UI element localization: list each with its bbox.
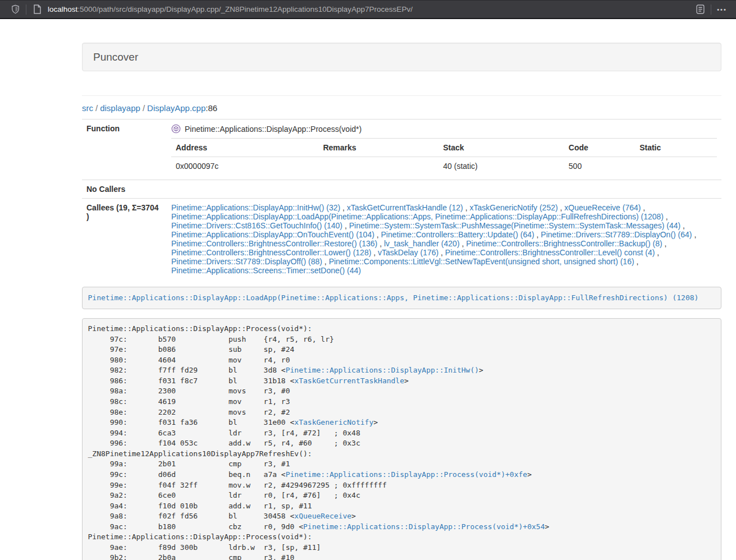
col-address: Address (171, 139, 318, 157)
callees-label: Callees (19, Σ=3704 ) (82, 199, 167, 280)
disassembly-block: Pinetime::Applications::DisplayApp::Proc… (82, 318, 721, 560)
no-callers-label: No Callers (82, 180, 167, 199)
col-remarks: Remarks (318, 139, 438, 157)
url-bar[interactable]: localhost:5000/path/src/displayapp/Displ… (48, 5, 693, 13)
cell-remarks (318, 157, 438, 176)
disassembly-symbol-link[interactable]: Pinetime::Applications::DisplayApp::Proc… (286, 470, 527, 479)
function-row: Function Pinetime::Applications::Display… (82, 120, 721, 180)
callee-link[interactable]: xTaskGenericNotify (252) (469, 203, 557, 212)
function-label: Function (82, 120, 167, 180)
breadcrumb-separator: / (140, 103, 147, 113)
callee-link[interactable]: Pinetime::Controllers::BrightnessControl… (171, 248, 371, 257)
cell-static (635, 157, 717, 176)
cell-code: 500 (564, 157, 635, 176)
overflow-menu-icon[interactable]: ••• (715, 2, 729, 17)
disassembly-symbol-link[interactable]: xTaskGetCurrentTaskHandle (294, 377, 404, 385)
callee-link[interactable]: Pinetime::Drivers::St7789::DisplayOn() (… (541, 230, 692, 239)
callees-list: Pinetime::Applications::DisplayApp::Init… (167, 199, 721, 280)
breadcrumb-link-src[interactable]: src (82, 103, 93, 113)
highlighted-symbol-link[interactable]: Pinetime::Applications::DisplayApp::Load… (88, 293, 699, 302)
app-title: Puncover (93, 51, 138, 63)
divider (82, 95, 721, 96)
cell-address: 0x0000097c (171, 157, 318, 176)
callee-link[interactable]: Pinetime::Applications::DisplayApp::Load… (171, 212, 664, 221)
breadcrumb-link-file[interactable]: DisplayApp.cpp (147, 103, 205, 113)
callee-link[interactable]: Pinetime::Controllers::BrightnessControl… (445, 248, 655, 257)
toolbar-separator (26, 4, 26, 15)
browser-toolbar: localhost:5000/path/src/displayapp/Displ… (0, 0, 736, 19)
disassembly-symbol-link[interactable]: xQueueReceive (294, 512, 351, 520)
callees-row: Callees (19, Σ=3704 ) Pinetime::Applicat… (82, 199, 721, 280)
callee-link[interactable]: Pinetime::Controllers::BrightnessControl… (466, 239, 662, 248)
breadcrumb-link-displayapp[interactable]: displayapp (100, 103, 140, 113)
callee-link[interactable]: Pinetime::Applications::DisplayApp::Init… (171, 203, 340, 212)
col-static: Static (635, 139, 717, 157)
disassembly-symbol-link[interactable]: Pinetime::Applications::DisplayApp::Proc… (303, 522, 545, 531)
details-header-row: Address Remarks Stack Code Static (171, 139, 717, 157)
page-content: Puncover src/displayapp/DisplayApp.cpp:8… (0, 19, 736, 560)
callee-link[interactable]: Pinetime::System::SystemTask::PushMessag… (349, 221, 681, 230)
callee-link[interactable]: Pinetime::Applications::DisplayApp::OnTo… (171, 230, 374, 239)
function-details-table: Address Remarks Stack Code Static 0x0000… (171, 138, 717, 175)
url-path: :5000/path/src/displayapp/DisplayApp.cpp… (77, 5, 413, 13)
package-icon (171, 124, 181, 134)
callee-link[interactable]: vTaskDelay (176) (378, 248, 438, 257)
breadcrumb: src/displayapp/DisplayApp.cpp:86 (82, 103, 721, 114)
callee-link[interactable]: Pinetime::Controllers::BrightnessControl… (171, 239, 377, 248)
reader-mode-icon[interactable] (693, 2, 707, 17)
callee-link[interactable]: Pinetime::Drivers::Cst816S::GetTouchInfo… (171, 221, 342, 230)
breadcrumb-line-number: :86 (205, 103, 217, 113)
url-host: localhost (48, 5, 77, 13)
page-icon[interactable] (30, 2, 44, 17)
col-code: Code (564, 139, 635, 157)
callee-link[interactable]: lv_task_handler (420) (384, 239, 460, 248)
callee-link[interactable]: xQueueReceive (764) (564, 203, 641, 212)
callee-link[interactable]: Pinetime::Drivers::St7789::DisplayOff() … (171, 257, 322, 266)
disassembly-symbol-link[interactable]: Pinetime::Applications::DisplayApp::Init… (286, 366, 479, 374)
no-callers-row: No Callers (82, 180, 721, 199)
function-symbol: Pinetime::Applications::DisplayApp::Proc… (171, 124, 717, 134)
function-name: Pinetime::Applications::DisplayApp::Proc… (185, 125, 362, 134)
no-callers-cell (167, 180, 721, 199)
col-stack: Stack (438, 139, 564, 157)
cell-stack: 40 (static) (438, 157, 564, 176)
callee-link[interactable]: xTaskGetCurrentTaskHandle (12) (347, 203, 463, 212)
details-value-row: 0x0000097c 40 (static) 500 (171, 157, 717, 176)
callee-link[interactable]: Pinetime::Controllers::Battery::Update()… (381, 230, 534, 239)
app-title-panel: Puncover (82, 43, 721, 71)
callee-link[interactable]: Pinetime::Applications::Screens::Timer::… (171, 266, 361, 275)
callee-link[interactable]: Pinetime::Components::LittleVgl::SetNewT… (329, 257, 634, 266)
toolbar-separator (711, 4, 711, 15)
function-table: Function Pinetime::Applications::Display… (82, 119, 721, 279)
shield-icon[interactable] (8, 2, 22, 17)
disassembly-symbol-link[interactable]: xTaskGenericNotify (294, 418, 373, 426)
highlighted-symbol-block: Pinetime::Applications::DisplayApp::Load… (82, 287, 721, 309)
breadcrumb-separator: / (93, 103, 100, 113)
